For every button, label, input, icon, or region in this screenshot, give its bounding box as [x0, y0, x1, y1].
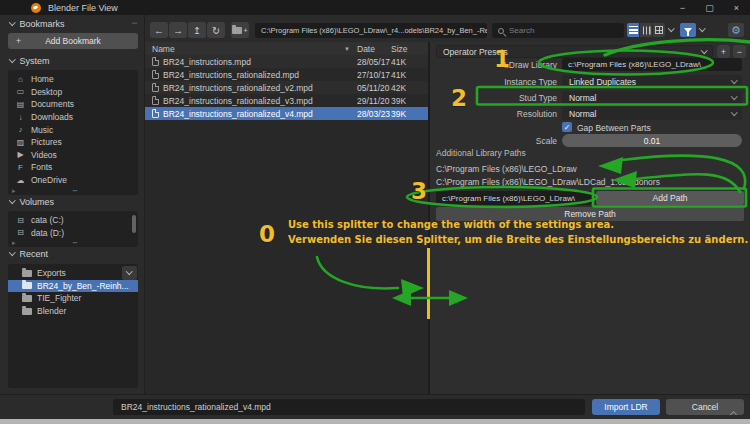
annotation-number-2: 2: [451, 85, 467, 111]
filename-input[interactable]: [113, 399, 585, 415]
library-path-entry[interactable]: C:\Program Files (x86)\LEGO_LDraw: [436, 164, 577, 174]
remove-preset-button[interactable]: −: [733, 45, 746, 58]
panel-expand-arrow-icon[interactable]: ▸: [12, 239, 16, 246]
gear-icon: ⚙: [731, 25, 741, 36]
close-button[interactable]: ×: [723, 0, 750, 15]
funnel-icon: [684, 28, 692, 33]
sidebar-item-fonts[interactable]: FFonts: [8, 161, 138, 174]
file-row[interactable]: BR24_instructions_rationalized.mpd 27/10…: [145, 68, 428, 81]
column-header-date[interactable]: Date: [357, 44, 375, 54]
ldraw-library-field[interactable]: c:\Program Files (x86)\LEGO_LDraw\: [562, 58, 742, 71]
file-icon: [152, 109, 159, 118]
sidebar-item-home[interactable]: ⌂Home: [8, 73, 138, 86]
recent-panel: Exports BR24_by_Ben_-Reinh... TIE_Fighte…: [8, 264, 138, 388]
volumes-scrollbar[interactable]: [132, 215, 136, 233]
filter-button[interactable]: [680, 23, 696, 37]
instance-type-dropdown[interactable]: Linked Duplicates: [562, 75, 742, 88]
file-list-header: Name ▼ Date Size: [145, 42, 428, 55]
volumes-panel: ⊟cata (C:) ⊟data (D:) ▸ ┅: [8, 211, 138, 247]
thumbnail-view-button[interactable]: [653, 23, 665, 37]
sidebar-item-documents[interactable]: ▤Documents: [8, 98, 138, 111]
sidebar-item-tie-fighter[interactable]: TIE_Fighter: [8, 292, 138, 305]
chevron-down-icon: [9, 19, 15, 25]
music-note-icon: ♪: [15, 125, 26, 134]
file-row[interactable]: BR24_instructions.mpd 28/05/17 41K: [145, 55, 428, 68]
search-input[interactable]: [509, 26, 618, 35]
grid-icon: [655, 26, 663, 34]
add-bookmark-button[interactable]: + Add Bookmark: [8, 33, 138, 49]
file-icon: [152, 70, 159, 79]
volumes-section-header[interactable]: Volumes: [10, 197, 54, 207]
column-header-size[interactable]: Size: [391, 44, 408, 54]
splitter-note-en: Use this splitter to change the width of…: [288, 218, 748, 233]
library-path-entry[interactable]: C:\Program Files (x86)\LEGO_LDraw\LDCad_…: [436, 177, 660, 187]
footer-bar: Import LDR Cancel: [0, 394, 750, 419]
sidebar-item-exports[interactable]: Exports: [8, 267, 138, 280]
sidebar-item-onedrive[interactable]: ☁OneDrive: [8, 174, 138, 187]
display-options-dropdown[interactable]: [666, 23, 676, 37]
download-icon: ↓: [15, 113, 26, 122]
blender-logo-icon: [31, 3, 41, 13]
sidebar-item-pictures[interactable]: ▨Pictures: [8, 136, 138, 149]
chevron-down-icon: [668, 25, 674, 31]
annotation-number-1: 1: [494, 46, 510, 72]
scale-slider[interactable]: 0.01: [562, 134, 742, 147]
bookmarks-section-header[interactable]: Bookmarks ┅: [10, 19, 65, 29]
file-row-selected[interactable]: BR24_instructions_rationalized_v4.mpd 28…: [145, 107, 428, 120]
file-icon: [152, 96, 159, 105]
vertical-list-view-button[interactable]: [627, 23, 639, 37]
filter-options-dropdown[interactable]: [697, 23, 707, 37]
sort-descending-icon[interactable]: ▼: [344, 46, 350, 52]
chevron-down-icon: [731, 77, 737, 83]
refresh-button[interactable]: ↻: [207, 22, 225, 38]
sidebar-item-music[interactable]: ♪Music: [8, 123, 138, 136]
sidebar-item-drive-c[interactable]: ⊟cata (C:): [8, 214, 138, 227]
window-title: Blender File View: [48, 3, 118, 13]
recent-options-button[interactable]: [122, 266, 137, 280]
file-row[interactable]: BR24_instructions_rationalized_v2.mpd 05…: [145, 81, 428, 94]
sidebar-item-desktop[interactable]: ▭Desktop: [8, 86, 138, 99]
back-button[interactable]: ←: [150, 22, 168, 38]
column-header-name[interactable]: Name: [152, 44, 175, 54]
chevron-down-icon: [126, 268, 132, 274]
annotation-number-0: 0: [259, 221, 275, 247]
search-field[interactable]: [492, 23, 624, 38]
operator-presets-dropdown[interactable]: Operator Presets: [436, 45, 713, 58]
recent-section-header[interactable]: Recent: [10, 249, 48, 259]
horizontal-list-icon: [642, 26, 651, 34]
system-section-header[interactable]: System: [10, 56, 50, 66]
folder-icon: [22, 308, 32, 315]
new-folder-button[interactable]: +: [231, 22, 249, 38]
sidebar-item-drive-d[interactable]: ⊟data (D:): [8, 227, 138, 240]
library-path-input[interactable]: c:\Program Files (x86)\LEGO_LDraw\: [436, 191, 592, 205]
file-row[interactable]: BR24_instructions_rationalized_v3.mpd 29…: [145, 94, 428, 107]
add-path-button[interactable]: Add Path: [596, 191, 744, 205]
search-icon: [498, 28, 504, 34]
gap-between-parts-checkbox[interactable]: ✓: [562, 122, 572, 132]
add-preset-button[interactable]: +: [717, 45, 730, 58]
maximize-button[interactable]: ▢: [696, 0, 723, 15]
additional-library-paths-header: Additional Library Paths: [436, 148, 526, 158]
sidebar-item-videos[interactable]: ▶Videos: [8, 149, 138, 162]
disk-icon: ⊟: [15, 228, 26, 237]
picture-icon: ▨: [15, 138, 26, 147]
sidebar-item-blender[interactable]: Blender: [8, 305, 138, 318]
panel-expand-arrow-icon[interactable]: ▸: [12, 187, 16, 194]
forward-button[interactable]: →: [169, 22, 187, 38]
sidebar-item-downloads[interactable]: ↓Downloads: [8, 111, 138, 124]
horizontal-list-view-button[interactable]: [640, 23, 652, 37]
chevron-down-icon: [9, 197, 15, 203]
panel-resize-grip-icon[interactable]: ┅: [73, 187, 77, 194]
panel-resize-grip-icon[interactable]: ┅: [73, 239, 77, 246]
folder-icon: [22, 282, 32, 289]
resolution-dropdown[interactable]: Normal: [562, 107, 742, 120]
import-ldr-button[interactable]: Import LDR: [592, 399, 660, 415]
path-field[interactable]: C:\Program Files (x86)\LEGO_LDraw\_r4...…: [255, 23, 487, 38]
sidebar-item-br24-folder[interactable]: BR24_by_Ben_-Reinh...: [8, 280, 138, 293]
parent-directory-button[interactable]: ↥: [188, 22, 206, 38]
folder-icon: [22, 295, 32, 302]
settings-toggle-button[interactable]: ⚙: [728, 23, 744, 37]
stud-type-dropdown[interactable]: Normal: [562, 91, 742, 104]
minimize-button[interactable]: −: [669, 0, 696, 15]
chevron-down-icon: [9, 56, 15, 62]
